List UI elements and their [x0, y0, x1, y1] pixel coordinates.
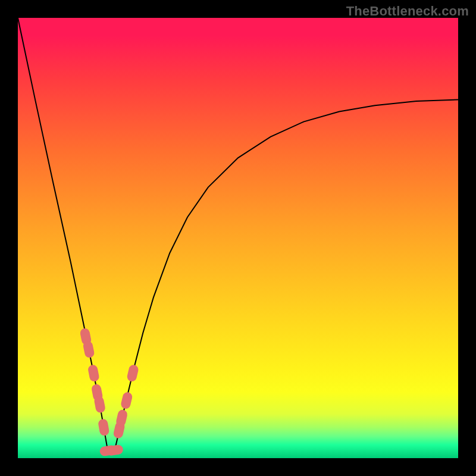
curve-overlay	[0, 0, 476, 476]
svg-rect-2	[87, 364, 100, 383]
bottleneck-curve	[18, 18, 458, 447]
marker-group	[79, 327, 139, 456]
svg-rect-10	[120, 392, 133, 410]
svg-rect-5	[98, 418, 110, 436]
marker	[93, 395, 106, 414]
marker	[82, 340, 95, 359]
marker	[87, 364, 100, 383]
marker	[126, 364, 139, 383]
svg-rect-1	[82, 340, 95, 359]
marker	[120, 392, 133, 410]
marker	[98, 418, 110, 436]
svg-rect-4	[93, 395, 106, 414]
svg-rect-11	[126, 364, 139, 383]
